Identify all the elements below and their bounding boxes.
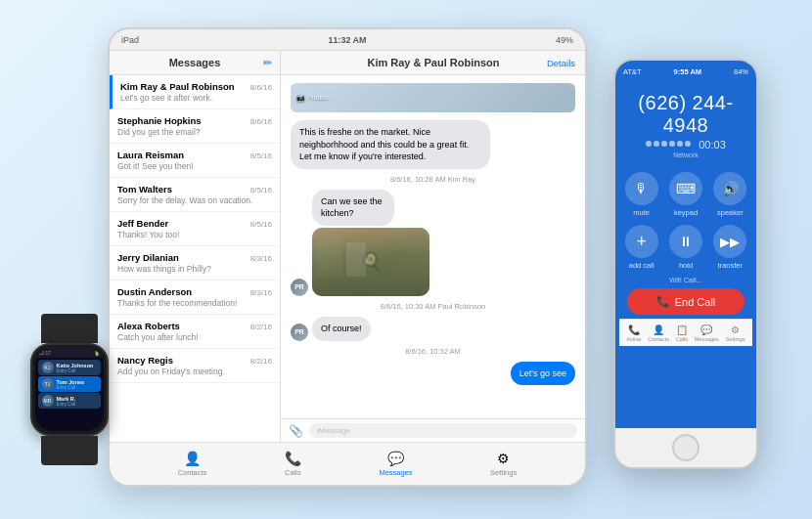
calls-tab-icon: 📋 (676, 324, 688, 335)
watch-battery-icon: 🔋 (94, 350, 100, 356)
watch-time: 12:17 (39, 350, 52, 356)
keypad-icon: ⌨ (669, 172, 702, 205)
calls-tab-label: Calls (676, 336, 688, 342)
contacts-icon: 👤 (184, 451, 201, 466)
input-placeholder: iMessage (317, 426, 350, 435)
phone-tab-settings[interactable]: ⚙ Settings (726, 324, 745, 342)
chat-message-row: PR Of course! (291, 317, 575, 341)
phone-tab-active[interactable]: 📞 Active (626, 324, 641, 342)
watch-contact-action: Entry Call (57, 402, 97, 407)
hold-button[interactable]: ⏸ hold (667, 225, 703, 270)
ipad-tab-bar: 👤 Contacts 📞 Calls 💬 Messages ⚙ Settings (110, 442, 585, 485)
ipad-battery: 49% (556, 35, 573, 45)
message-item-date: 8/3/16 (250, 254, 272, 263)
photo-label: 📷 Photos (296, 94, 329, 102)
compose-icon[interactable]: ✏ (263, 57, 272, 69)
chat-details-button[interactable]: Details (547, 58, 575, 68)
tab-calls[interactable]: 📞 Calls (285, 451, 301, 477)
ipad-device: iPad 11:32 AM 49% Messages ✏ Kim Ray & P… (108, 27, 587, 487)
message-list-item[interactable]: Nancy Regis 8/2/16 Add you on Friday's m… (110, 349, 280, 383)
transfer-label: transfer (718, 261, 743, 270)
message-list-item[interactable]: Jerry Dilanian 8/3/16 How was things in … (110, 246, 280, 281)
iphone-carrier: AT&T (623, 67, 642, 76)
dot (677, 141, 683, 147)
add-call-button[interactable]: + add call (623, 225, 659, 270)
message-item-name: Dustin Anderson (117, 286, 192, 297)
end-call-label: End Call (675, 296, 716, 308)
bubble-text: This is freshe on the market. Nice neigh… (299, 127, 469, 161)
speaker-icon: 🔊 (713, 172, 746, 205)
bubble-text: Of course! (321, 324, 362, 333)
end-call-area: Wifi Call... 📞 End Call (619, 270, 752, 319)
message-item-date: 8/6/16 (250, 83, 272, 92)
dot (685, 141, 691, 147)
message-item-preview: Thanks! You too! (117, 230, 272, 239)
chat-input-box[interactable]: iMessage (309, 423, 577, 438)
keypad-label: keypad (674, 208, 698, 217)
end-call-button[interactable]: 📞 End Call (627, 288, 744, 315)
tab-settings[interactable]: ⚙ Settings (490, 451, 517, 477)
message-list-item[interactable]: Jeff Bender 8/5/16 Thanks! You too! (110, 212, 280, 246)
speaker-button[interactable]: 🔊 speaker (712, 172, 748, 217)
iphone-time: 9:55 AM (674, 67, 701, 76)
watch-screen: 12:17 🔋 KJ Katie Johnson Entry Call TJ T… (35, 348, 104, 431)
tab-messages[interactable]: 💬 Messages (379, 451, 412, 477)
watch-status-bar: 12:17 🔋 (35, 348, 104, 358)
mute-button[interactable]: 🎙 mute (623, 172, 659, 217)
network-label: Network (623, 151, 748, 158)
message-item-preview: How was things in Philly? (117, 264, 272, 274)
messages-list-title: Messages (169, 57, 221, 68)
message-list-item[interactable]: Kim Ray & Paul Robinson 8/6/16 Let's go … (110, 75, 280, 109)
watch-contact-item[interactable]: MR Mark R. Entry Call (38, 393, 101, 409)
message-item-date: 8/2/16 (250, 357, 272, 366)
message-item-name: Nancy Regis (117, 355, 173, 366)
tab-contacts[interactable]: 👤 Contacts (178, 451, 207, 477)
message-item-name: Laura Reisman (117, 150, 184, 160)
message-list-item[interactable]: Dustin Anderson 8/3/16 Thanks for the re… (110, 281, 280, 315)
phone-tab-contacts[interactable]: 👤 Contacts (648, 324, 669, 342)
keypad-button[interactable]: ⌨ keypad (667, 172, 703, 217)
home-button[interactable] (672, 434, 699, 461)
chat-messages-area: 📷 Photos This is freshe on the market. N… (281, 75, 585, 418)
watch-avatar: TJ (42, 378, 54, 390)
message-item-preview: Add you on Friday's meeting. (117, 367, 272, 376)
chat-panel: Kim Ray & Paul Robinson Details 📷 Photos… (281, 51, 585, 442)
message-item-date: 8/5/16 (250, 151, 272, 160)
watch-contact-info: Tom Jones Entry Call (57, 379, 97, 390)
watch-contact-info: Mark R. Entry Call (57, 396, 97, 407)
iphone-screen: (626) 244-4948 00:03 Network 🎙 mute (615, 82, 756, 428)
message-list-item[interactable]: Tom Walters 8/5/16 Sorry for the delay. … (110, 178, 280, 212)
iphone-device: AT&T 9:55 AM 84% (626) 244-4948 00:03 Ne… (613, 59, 758, 469)
call-controls-area: 🎙 mute ⌨ keypad 🔊 speaker + add call ⏸ (615, 166, 756, 428)
watch-contact-item[interactable]: KJ Katie Johnson Entry Call (38, 360, 101, 375)
chat-avatar: PR (291, 324, 308, 341)
message-item-name: Stephanie Hopkins (117, 115, 202, 126)
phone-tab-calls[interactable]: 📋 Calls (676, 324, 688, 342)
hold-icon: ⏸ (669, 225, 702, 258)
mute-label: mute (633, 208, 650, 217)
conversations-list: Kim Ray & Paul Robinson 8/6/16 Let's go … (110, 75, 280, 383)
message-list-item[interactable]: Stephanie Hopkins 8/6/16 Did you get the… (110, 109, 280, 144)
message-list-item[interactable]: Alexa Roberts 8/2/16 Catch you after lun… (110, 315, 280, 349)
kitchen-icon: 🍳 (312, 250, 429, 274)
dot (669, 141, 675, 147)
message-item-preview: Let's go see it after work. (120, 93, 272, 103)
settings-tab-icon: ⚙ (731, 324, 740, 335)
iphone-tab-bar: 📞 Active 👤 Contacts 📋 Calls 💬 Messages ⚙ (619, 319, 752, 346)
phone-hangup-icon: 📞 (656, 295, 670, 308)
messages-icon: 💬 (387, 451, 404, 466)
wifi-call-text: Wifi Call... (627, 276, 744, 284)
watch-contact-item[interactable]: TJ Tom Jones Entry Call (38, 376, 101, 392)
transfer-button[interactable]: ▶▶ transfer (712, 225, 748, 270)
watch-body: 12:17 🔋 KJ Katie Johnson Entry Call TJ T… (30, 343, 109, 436)
message-item-date: 8/5/16 (250, 220, 272, 229)
message-item-date: 8/6/16 (250, 117, 272, 126)
message-list-item[interactable]: Laura Reisman 8/5/16 Got it! See you the… (110, 144, 280, 178)
watch-contact-action: Entry Call (57, 368, 97, 373)
contacts-tab-label: Contacts (648, 336, 669, 342)
chat-input-bar: 📎 iMessage (281, 418, 585, 442)
messages-list-header: Messages ✏ (110, 51, 280, 75)
phone-tab-messages[interactable]: 💬 Messages (695, 324, 719, 342)
attachment-icon[interactable]: 📎 (289, 424, 303, 438)
ipad-status-bar: iPad 11:32 AM 49% (110, 29, 585, 51)
